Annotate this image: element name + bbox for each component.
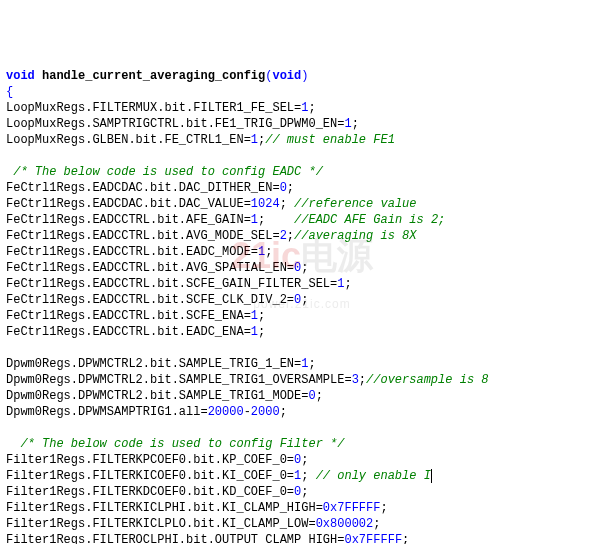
code-line: Filter1Regs.FILTERKPCOEF0.bit.KP_COEF_0=… [6,453,308,467]
code-line: FeCtrl1Regs.EADCCTRL.bit.AVG_SPATIAL_EN=… [6,261,308,275]
code-line: Filter1Regs.FILTERKICOEF0.bit.KI_COEF_0=… [6,469,432,483]
code-line: LoopMuxRegs.FILTERMUX.bit.FILTER1_FE_SEL… [6,101,316,115]
code-line: FeCtrl1Regs.EADCDAC.bit.DAC_DITHER_EN=0; [6,181,294,195]
comment-section: /* The below code is used to config Filt… [6,437,344,451]
code-line: FeCtrl1Regs.EADCCTRL.bit.EADC_MODE=1; [6,245,272,259]
code-line: FeCtrl1Regs.EADCCTRL.bit.AVG_MODE_SEL=2;… [6,229,416,243]
code-line: Filter1Regs.FILTERKICLPHI.bit.KI_CLAMP_H… [6,501,388,515]
code-line: FeCtrl1Regs.EADCCTRL.bit.SCFE_ENA=1; [6,309,265,323]
code-line: FeCtrl1Regs.EADCCTRL.bit.EADC_ENA=1; [6,325,265,339]
code-line: LoopMuxRegs.GLBEN.bit.FE_CTRL1_EN=1;// m… [6,133,395,147]
code-line: Filter1Regs.FILTERKDCOEF0.bit.KD_COEF_0=… [6,485,308,499]
code-line: Filter1Regs.FILTEROCLPHI.bit.OUTPUT_CLAM… [6,533,409,544]
code-line: FeCtrl1Regs.EADCDAC.bit.DAC_VALUE=1024; … [6,197,416,211]
code-line: Dpwm0Regs.DPWMCTRL2.bit.SAMPLE_TRIG_1_EN… [6,357,316,371]
code-line: FeCtrl1Regs.EADCCTRL.bit.SCFE_GAIN_FILTE… [6,277,352,291]
code-line: Dpwm0Regs.DPWMSAMPTRIG1.all=20000-2000; [6,405,287,419]
code-block: void handle_current_averaging_config(voi… [6,68,598,544]
code-line: FeCtrl1Regs.EADCCTRL.bit.AFE_GAIN=1; //E… [6,213,445,227]
brace-open: { [6,85,13,99]
code-line: Filter1Regs.FILTERKICLPLO.bit.KI_CLAMP_L… [6,517,380,531]
text-cursor [431,469,432,483]
code-line: FeCtrl1Regs.EADCCTRL.bit.SCFE_CLK_DIV_2=… [6,293,308,307]
code-line: LoopMuxRegs.SAMPTRIGCTRL.bit.FE1_TRIG_DP… [6,117,359,131]
keyword-void-arg: void [272,69,301,83]
keyword-void: void [6,69,35,83]
code-line: Dpwm0Regs.DPWMCTRL2.bit.SAMPLE_TRIG1_OVE… [6,373,488,387]
function-name: handle_current_averaging_config [42,69,265,83]
code-line: Dpwm0Regs.DPWMCTRL2.bit.SAMPLE_TRIG1_MOD… [6,389,323,403]
comment-section: /* The below code is used to config EADC… [6,165,323,179]
